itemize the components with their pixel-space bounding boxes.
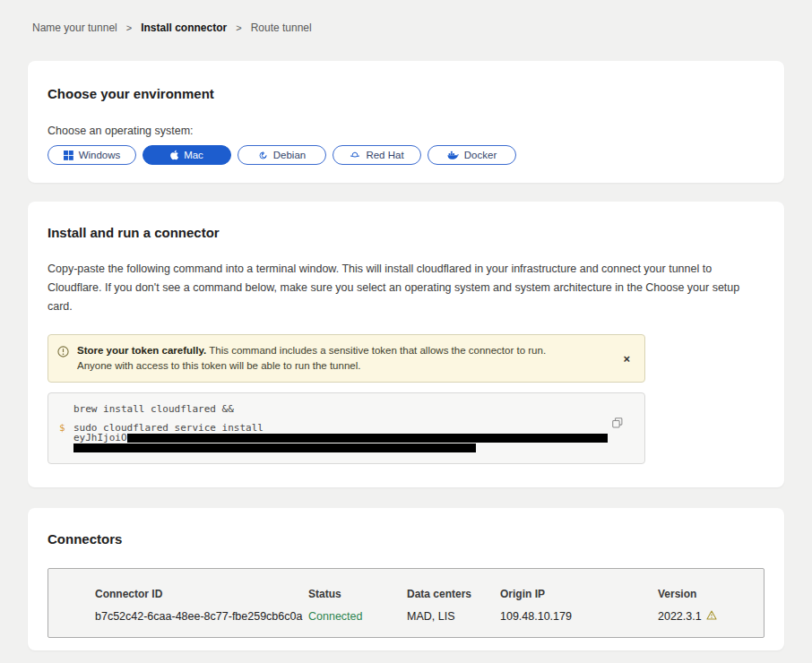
os-button-mac[interactable]: Mac — [143, 145, 231, 165]
copy-icon[interactable] — [612, 418, 623, 431]
os-button-redhat[interactable]: Red Hat — [333, 145, 421, 165]
redhat-icon — [350, 150, 360, 160]
origin-ip-value: 109.48.10.179 — [500, 610, 658, 623]
os-button-label: Mac — [184, 150, 203, 160]
version-value: 2022.3.1 — [658, 610, 764, 623]
terminal-line-1: brew install cloudflared && — [59, 404, 632, 414]
connector-id-value: b7c52c42-6caa-48ee-8c77-fbe259cb6c0a — [95, 610, 308, 623]
connectors-card-title: Connectors — [48, 531, 764, 547]
connectors-table: Connector ID Status Data centers Origin … — [48, 568, 764, 638]
redacted-token-bar — [127, 434, 608, 443]
terminal-token-line: eyJhIjoiO — [73, 433, 608, 443]
redacted-token-bar — [73, 443, 476, 452]
os-label: Choose an operating system: — [48, 125, 764, 137]
shell-prompt: $ — [59, 423, 68, 452]
column-header-version: Version — [658, 588, 764, 600]
close-icon[interactable]: × — [619, 351, 634, 366]
status-badge: Connected — [308, 610, 407, 623]
choose-environment-card: Choose your environment Choose an operat… — [28, 61, 784, 183]
table-row: b7c52c42-6caa-48ee-8c77-fbe259cb6c0a Con… — [95, 610, 764, 623]
breadcrumb-name-your-tunnel[interactable]: Name your tunnel — [32, 22, 117, 34]
os-button-row: Windows Mac Debian Red Hat Docker — [48, 145, 764, 165]
breadcrumb-separator: > — [126, 22, 132, 33]
breadcrumb-route-tunnel[interactable]: Route tunnel — [251, 22, 312, 34]
version-number: 2022.3.1 — [658, 610, 702, 623]
terminal-token-line-2 — [73, 443, 608, 452]
column-header-origin-ip: Origin IP — [500, 588, 658, 600]
debian-icon — [258, 151, 268, 160]
token-warning-banner: Store your token carefully. This command… — [48, 334, 645, 383]
windows-icon — [64, 151, 73, 160]
os-button-windows[interactable]: Windows — [48, 145, 136, 165]
terminal-line-2: sudo cloudflared service install — [73, 423, 608, 433]
column-header-connector-id: Connector ID — [95, 588, 308, 600]
os-button-label: Debian — [273, 150, 306, 160]
warning-triangle-icon — [706, 610, 717, 623]
os-button-label: Windows — [79, 150, 121, 160]
apple-icon — [170, 150, 178, 160]
warning-title: Store your token carefully. — [77, 345, 206, 356]
breadcrumb: Name your tunnel > Install connector > R… — [0, 0, 812, 34]
connectors-table-header: Connector ID Status Data centers Origin … — [95, 588, 764, 600]
terminal-command-block: brew install cloudflared && $ sudo cloud… — [48, 392, 645, 464]
install-card-description: Copy-paste the following command into a … — [48, 260, 764, 316]
environment-card-title: Choose your environment — [48, 86, 764, 101]
docker-icon — [447, 151, 459, 160]
terminal-command: $ sudo cloudflared service install eyJhI… — [59, 423, 632, 452]
os-button-docker[interactable]: Docker — [428, 145, 516, 165]
alert-circle-icon — [57, 345, 69, 361]
install-card-title: Install and run a connector — [48, 225, 764, 240]
install-connector-card: Install and run a connector Copy-paste t… — [28, 202, 784, 487]
warning-text: Store your token carefully. This command… — [77, 343, 579, 374]
column-header-status: Status — [308, 588, 407, 600]
breadcrumb-install-connector[interactable]: Install connector — [141, 22, 227, 34]
data-centers-value: MAD, LIS — [407, 610, 500, 623]
column-header-data-centers: Data centers — [407, 588, 500, 600]
connectors-card: Connectors Connector ID Status Data cent… — [28, 508, 784, 650]
breadcrumb-separator: > — [236, 22, 241, 33]
terminal-lines: sudo cloudflared service install eyJhIjo… — [73, 423, 608, 452]
os-button-debian[interactable]: Debian — [238, 145, 326, 165]
os-button-label: Red Hat — [366, 150, 403, 160]
os-button-label: Docker — [464, 150, 497, 160]
